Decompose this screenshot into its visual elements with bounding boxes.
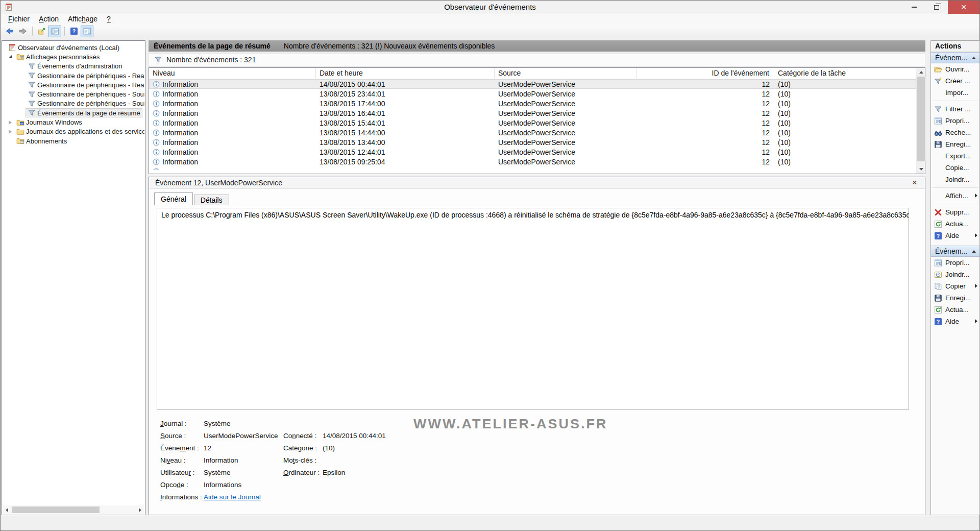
preview-close-button[interactable]: × bbox=[910, 177, 920, 188]
scroll-down-arrow-icon[interactable] bbox=[917, 165, 925, 174]
back-button[interactable] bbox=[3, 26, 16, 37]
action-actua[interactable]: Actua... bbox=[931, 218, 979, 230]
event-description[interactable]: Le processus C:\Program Files (x86)\ASUS… bbox=[157, 208, 909, 409]
action-propri[interactable]: Propri... bbox=[931, 115, 979, 127]
tree-node[interactable]: Gestionnaire de périphériques - Realtek … bbox=[26, 80, 145, 89]
minimize-button[interactable] bbox=[903, 1, 925, 14]
tree-item-journaux-des-applications-et-des-services[interactable]: Journaux des applications et des service… bbox=[2, 127, 145, 136]
scroll-up-arrow-icon[interactable] bbox=[917, 68, 925, 77]
event-row[interactable]: Information13/08/2015 17:44:00UserModePo… bbox=[149, 99, 916, 108]
tree-item-observateur-d-v-nements-local[interactable]: Observateur d'événements (Local) bbox=[2, 43, 145, 52]
tree-item-v-nements-d-administration[interactable]: Événements d'administration bbox=[2, 62, 145, 71]
event-row[interactable]: Information13/08/2015 23:44:01UserModePo… bbox=[149, 89, 916, 99]
action-copier[interactable]: Copier bbox=[931, 280, 979, 292]
menu-item-action[interactable]: Action bbox=[34, 14, 63, 25]
event-row[interactable]: Information14/08/2015 00:44:01UserModePo… bbox=[149, 79, 916, 89]
event-row[interactable]: Information13/08/2015 09:25:04UserModePo… bbox=[149, 157, 916, 166]
close-button[interactable]: × bbox=[948, 1, 979, 14]
tree-node[interactable]: Journaux des applications et des service… bbox=[14, 127, 145, 136]
tree-item-abonnements[interactable]: Abonnements bbox=[2, 136, 145, 146]
tree-item-gestionnaire-de-p-riph-riques-souris-lo[interactable]: Gestionnaire de périphériques - Souris L… bbox=[2, 99, 145, 108]
actions-section-header[interactable]: Événem... bbox=[931, 52, 979, 63]
properties-icon bbox=[934, 259, 942, 267]
event-list-scrollbar[interactable] bbox=[916, 68, 925, 174]
action-label: Reche... bbox=[945, 129, 971, 136]
action-joindr[interactable]: Joindr... bbox=[931, 269, 979, 280]
event-row[interactable]: Information13/08/2015 16:44:01UserModePo… bbox=[149, 108, 916, 118]
tree-item-journaux-windows[interactable]: Journaux Windows bbox=[2, 117, 145, 127]
action-export[interactable]: Export... bbox=[931, 150, 979, 162]
tree-item-label: Événements d'administration bbox=[37, 62, 122, 70]
menu-item-help[interactable]: ? bbox=[102, 14, 115, 25]
field-value: Système bbox=[204, 420, 231, 427]
action-aide[interactable]: ?Aide bbox=[931, 230, 979, 242]
event-count-group-header[interactable]: Nombre d'événements : 321 bbox=[149, 53, 925, 66]
column-header-niveau[interactable]: Niveau bbox=[149, 68, 316, 79]
menu-item-affichage[interactable]: Affichage bbox=[63, 14, 102, 25]
event-row[interactable]: Information13/08/2015 12:44:01UserModePo… bbox=[149, 147, 916, 157]
tree-node[interactable]: Événements d'administration bbox=[26, 62, 125, 71]
tree-node[interactable]: Journaux Windows bbox=[14, 118, 84, 127]
console-tree-toggle[interactable] bbox=[48, 26, 61, 37]
action-aide[interactable]: ?Aide bbox=[931, 316, 979, 327]
tab-general[interactable]: Général bbox=[154, 192, 193, 205]
action-enregi[interactable]: Enregi... bbox=[931, 138, 979, 150]
column-header-source[interactable]: Source bbox=[495, 68, 636, 79]
action-propri[interactable]: Propri... bbox=[931, 257, 979, 269]
tree-node[interactable]: Gestionnaire de périphériques - Souris L… bbox=[26, 99, 145, 108]
tree-node[interactable]: Gestionnaire de périphériques - Realtek … bbox=[26, 71, 145, 80]
action-pane-toggle[interactable] bbox=[81, 26, 93, 37]
tree-item-gestionnaire-de-p-riph-riques-realtek-h[interactable]: Gestionnaire de périphériques - Realtek … bbox=[2, 71, 145, 80]
level-cell bbox=[149, 168, 316, 171]
tree-node[interactable]: Gestionnaire de périphériques - Souris H… bbox=[26, 90, 145, 99]
submenu-arrow-icon bbox=[975, 319, 977, 323]
refresh-icon bbox=[934, 306, 942, 314]
tree-node[interactable]: Événements de la page de résumé bbox=[26, 108, 142, 117]
export-list-button[interactable] bbox=[35, 26, 48, 37]
scrollbar-thumb[interactable] bbox=[917, 77, 925, 161]
event-row-partial[interactable] bbox=[149, 166, 916, 170]
tree-item-gestionnaire-de-p-riph-riques-souris-hi[interactable]: Gestionnaire de périphériques - Souris H… bbox=[2, 89, 145, 99]
menu-item-fichier[interactable]: Fichier bbox=[4, 14, 34, 25]
scrollbar-thumb[interactable] bbox=[12, 506, 100, 513]
help-link[interactable]: Aide sur le Journal bbox=[204, 493, 261, 501]
event-row[interactable]: Information13/08/2015 13:44:00UserModePo… bbox=[149, 137, 916, 147]
action-impor[interactable]: Impor... bbox=[931, 87, 979, 99]
column-header-event-id[interactable]: ID de l'événement bbox=[636, 68, 774, 79]
properties-icon bbox=[934, 117, 942, 125]
event-row[interactable]: Information13/08/2015 14:44:00UserModePo… bbox=[149, 128, 916, 137]
collapse-arrow-icon bbox=[972, 57, 976, 59]
tree-node[interactable]: Affichages personnalisés bbox=[14, 52, 102, 61]
tree-node[interactable]: Observateur d'événements (Local) bbox=[6, 43, 121, 52]
expanded-arrow-icon[interactable] bbox=[6, 55, 14, 58]
tree-node[interactable]: Abonnements bbox=[14, 136, 69, 146]
collapsed-arrow-icon[interactable] bbox=[6, 130, 14, 134]
restore-button[interactable] bbox=[925, 1, 948, 14]
category-cell: (10) bbox=[774, 119, 916, 127]
action-affich[interactable]: Affich... bbox=[931, 190, 979, 202]
action-joindr[interactable]: Joindr... bbox=[931, 174, 979, 185]
tree-item-gestionnaire-de-p-riph-riques-realtek-h[interactable]: Gestionnaire de périphériques - Realtek … bbox=[2, 80, 145, 89]
action-copie[interactable]: Copie... bbox=[931, 162, 979, 174]
action-enregi[interactable]: Enregi... bbox=[931, 292, 979, 304]
action-suppr[interactable]: Suppr... bbox=[931, 206, 979, 218]
action-actua[interactable]: Actua... bbox=[931, 304, 979, 316]
event-row[interactable]: Information13/08/2015 15:44:01UserModePo… bbox=[149, 118, 916, 128]
collapsed-arrow-icon[interactable] bbox=[6, 120, 14, 125]
forward-button[interactable] bbox=[16, 26, 29, 37]
scroll-left-arrow-icon[interactable] bbox=[3, 505, 11, 514]
tree-item-v-nements-de-la-page-de-r-sum[interactable]: Événements de la page de résumé bbox=[2, 108, 145, 117]
actions-section-header[interactable]: Événem... bbox=[931, 246, 979, 257]
action-filtrer[interactable]: Filtrer ... bbox=[931, 103, 979, 115]
action-ouvrir[interactable]: Ouvrir... bbox=[931, 63, 979, 75]
column-header-category[interactable]: Catégorie de la tâche bbox=[774, 68, 916, 79]
column-header-date[interactable]: Date et heure bbox=[316, 68, 495, 79]
action-cr-er[interactable]: Créer ... bbox=[931, 75, 979, 87]
action-reche[interactable]: Reche... bbox=[931, 127, 979, 138]
help-button[interactable]: ? bbox=[67, 26, 80, 37]
tree-horizontal-scrollbar[interactable] bbox=[3, 505, 144, 514]
tree-item-affichages-personnalis-s[interactable]: Affichages personnalisés bbox=[2, 52, 145, 61]
tab-details[interactable]: Détails bbox=[194, 195, 229, 205]
scroll-right-arrow-icon[interactable] bbox=[136, 505, 144, 514]
tree-item-label: Affichages personnalisés bbox=[26, 53, 100, 61]
